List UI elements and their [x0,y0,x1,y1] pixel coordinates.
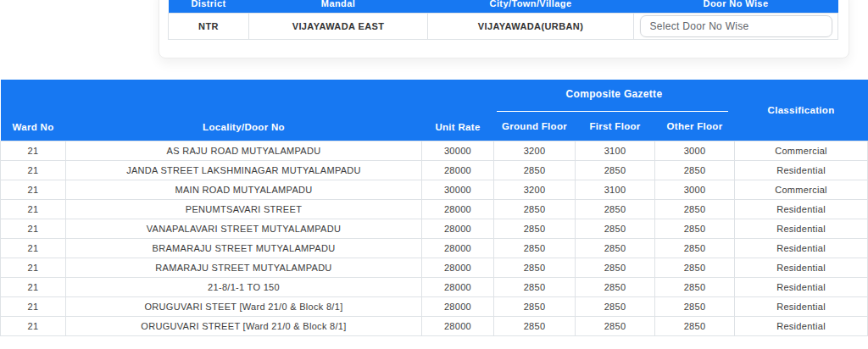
first-floor-cell: 2850 [576,199,655,219]
city-town-village-header: City/Town/Village [428,0,634,13]
rate-row: 21BRAMARAJU STREET MUTYALAMPADU280002850… [1,238,868,258]
classification-cell: Residential [735,219,868,238]
rates-table-header: Ward No Locality/Door No Unit Rate Compo… [1,80,868,141]
rate-row: 21MAIN ROAD MUTYALAMPADU3000032003100300… [1,180,868,199]
classification-cell: Residential [735,277,868,296]
locality-cell: 21-8/1-1 TO 150 [66,277,422,296]
other-floor-cell: 2850 [655,199,735,219]
district-value: NTR [169,13,249,39]
page: District Mandal City/Town/Village Door N… [0,0,868,349]
locality-cell: ORUGUVARI STEET [Ward 21/0 & Block 8/1] [66,296,422,316]
first-floor-header: First Floor [576,112,655,141]
locality-cell: ORUGUVARI STREET [Ward 21/0 & Block 8/1] [66,316,422,335]
door-no-wise-cell [634,13,838,39]
rate-row: 21ORUGUVARI STREET [Ward 21/0 & Block 8/… [1,316,868,335]
other-floor-header: Other Floor [655,112,735,141]
classification-cell: Commercial [735,141,868,160]
unit-rate-cell: 28000 [422,316,494,335]
first-floor-cell: 2850 [576,238,655,258]
ground-floor-cell: 2850 [494,238,576,258]
ground-floor-cell: 2850 [494,277,576,296]
summary-header-row: District Mandal City/Town/Village Door N… [169,0,838,13]
ground-floor-cell: 2850 [494,219,576,238]
ward-no-cell: 21 [1,296,66,316]
first-floor-cell: 2850 [576,316,655,335]
ward-no-header: Ward No [1,80,66,141]
ward-no-cell: 21 [1,277,66,296]
classification-cell: Residential [735,160,868,180]
other-floor-cell: 3000 [655,141,735,160]
ground-floor-cell: 3200 [494,141,576,160]
ground-floor-header: Ground Floor [494,112,576,141]
first-floor-cell: 2850 [576,258,655,277]
door-no-wise-select[interactable] [640,15,832,37]
locality-cell: BRAMARAJU STREET MUTYALAMPADU [66,238,422,258]
city-town-village-value: VIJAYAWADA(URBAN) [428,13,634,39]
classification-cell: Residential [735,238,868,258]
unit-rate-cell: 28000 [422,258,494,277]
other-floor-cell: 2850 [655,316,735,335]
door-no-wise-header: Door No Wise [634,0,838,13]
ward-no-cell: 21 [1,219,66,238]
classification-cell: Residential [735,296,868,316]
gazette-rates-table: Ward No Locality/Door No Unit Rate Compo… [0,80,868,336]
first-floor-cell: 2850 [576,219,655,238]
first-floor-cell: 2850 [576,277,655,296]
unit-rate-cell: 28000 [422,277,494,296]
ground-floor-cell: 2850 [494,296,576,316]
unit-rate-cell: 28000 [422,219,494,238]
rates-header-row-1: Ward No Locality/Door No Unit Rate Compo… [1,80,868,112]
locality-cell: MAIN ROAD MUTYALAMPADU [66,180,422,199]
rates-table-body: 21AS RAJU ROAD MUTYALAMPADU3000032003100… [1,141,868,335]
location-summary-table: District Mandal City/Town/Village Door N… [168,0,838,40]
locality-cell: JANDA STREET LAKSHMINAGAR MUTYALAMPADU [66,160,422,180]
unit-rate-cell: 28000 [422,160,494,180]
rate-row: 21JANDA STREET LAKSHMINAGAR MUTYALAMPADU… [1,160,868,180]
classification-cell: Residential [735,258,868,277]
rate-row: 21RAMARAJU STREET MUTYALAMPADU2800028502… [1,258,868,277]
composite-gazette-header: Composite Gazette [494,80,735,112]
district-header: District [169,0,249,13]
ward-no-cell: 21 [1,180,66,199]
other-floor-cell: 3000 [655,180,735,199]
rate-row: 21PENUMTSAVARI STREET28000285028502850Re… [1,199,868,219]
other-floor-cell: 2850 [655,160,735,180]
locality-header: Locality/Door No [66,80,422,141]
mandal-header: Mandal [249,0,428,13]
first-floor-cell: 2850 [576,160,655,180]
locality-cell: VANAPALAVARI STREET MUTYALAMPADU [66,219,422,238]
first-floor-cell: 3100 [576,180,655,199]
ward-no-cell: 21 [1,238,66,258]
rate-row: 21ORUGUVARI STEET [Ward 21/0 & Block 8/1… [1,296,868,316]
classification-cell: Residential [735,199,868,219]
first-floor-cell: 3100 [576,141,655,160]
ground-floor-cell: 2850 [494,199,576,219]
unit-rate-header: Unit Rate [422,80,494,141]
unit-rate-cell: 30000 [422,180,494,199]
ward-no-cell: 21 [1,316,66,335]
ground-floor-cell: 3200 [494,180,576,199]
composite-gazette-label: Composite Gazette [494,80,735,100]
ground-floor-cell: 2850 [494,316,576,335]
ward-no-cell: 21 [1,160,66,180]
unit-rate-cell: 28000 [422,238,494,258]
ward-no-cell: 21 [1,258,66,277]
other-floor-cell: 2850 [655,238,735,258]
other-floor-cell: 2850 [655,219,735,238]
other-floor-cell: 2850 [655,296,735,316]
rate-row: 21AS RAJU ROAD MUTYALAMPADU3000032003100… [1,141,868,160]
rate-row: 2121-8/1-1 TO 15028000285028502850Reside… [1,277,868,296]
other-floor-cell: 2850 [655,277,735,296]
rate-row: 21VANAPALAVARI STREET MUTYALAMPADU280002… [1,219,868,238]
ground-floor-cell: 2850 [494,160,576,180]
unit-rate-cell: 28000 [422,296,494,316]
unit-rate-cell: 30000 [422,141,494,160]
mandal-value: VIJAYAWADA EAST [249,13,428,39]
locality-cell: PENUMTSAVARI STREET [66,199,422,219]
ward-no-cell: 21 [1,141,66,160]
summary-value-row: NTR VIJAYAWADA EAST VIJAYAWADA(URBAN) [169,13,838,39]
locality-cell: RAMARAJU STREET MUTYALAMPADU [66,258,422,277]
unit-rate-cell: 28000 [422,199,494,219]
ground-floor-cell: 2850 [494,258,576,277]
classification-header: Classification [735,80,868,141]
